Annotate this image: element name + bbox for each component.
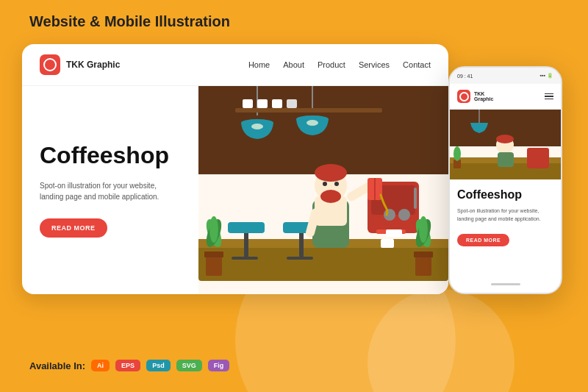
logo-icon: [40, 54, 60, 75]
format-badge-psd[interactable]: Psd: [146, 360, 171, 371]
desktop-left: Coffeeshop Spot-on illustration for your…: [22, 86, 198, 294]
hamburger-menu-icon[interactable]: [545, 93, 553, 100]
svg-point-43: [323, 182, 327, 186]
nav-links: Home About Product Services Contact: [248, 60, 431, 69]
svg-rect-26: [299, 233, 304, 259]
format-badge-svg[interactable]: SVG: [176, 360, 202, 371]
desktop-hero-subtitle: Spot-on illustration for your website, l…: [40, 180, 181, 202]
svg-rect-33: [415, 255, 431, 276]
svg-point-56: [496, 135, 514, 143]
svg-point-7: [306, 120, 318, 126]
mobile-hero-subtitle: Spot-on illustration for your website, l…: [457, 207, 553, 223]
mobile-nav: TKKGraphic: [450, 84, 561, 110]
svg-point-4: [251, 124, 263, 129]
svg-point-41: [315, 164, 347, 182]
svg-rect-29: [204, 252, 223, 257]
nav-product[interactable]: Product: [318, 60, 345, 69]
svg-rect-23: [244, 233, 248, 259]
mobile-home-indicator: [491, 283, 520, 285]
svg-point-15: [384, 209, 395, 221]
svg-rect-11: [272, 99, 282, 108]
svg-rect-12: [287, 99, 297, 108]
nav-services[interactable]: Services: [359, 60, 390, 69]
mobile-hero-title: Coffeeshop: [457, 188, 553, 202]
desktop-nav: TKK Graphic Home About Product Services …: [22, 44, 448, 86]
desktop-content: Coffeeshop Spot-on illustration for your…: [22, 86, 448, 294]
svg-point-16: [398, 209, 410, 221]
mobile-logo-text: TKKGraphic: [474, 91, 545, 101]
svg-rect-27: [287, 257, 313, 260]
svg-point-60: [453, 146, 461, 161]
mobile-signal: ▪▪▪ 🔋: [540, 73, 553, 79]
mobile-illustration: [450, 110, 561, 179]
desktop-mockup: TKK Graphic Home About Product Services …: [22, 44, 448, 294]
svg-rect-19: [386, 229, 402, 237]
svg-rect-24: [232, 257, 258, 260]
logo-text: TKK Graphic: [66, 60, 120, 70]
nav-about[interactable]: About: [283, 60, 304, 69]
desktop-hero-title: Coffeeshop: [40, 143, 181, 168]
svg-rect-58: [527, 148, 549, 168]
mobile-read-more-button[interactable]: READ MORE: [457, 234, 509, 246]
svg-rect-22: [228, 222, 265, 233]
format-badge-fig[interactable]: Fig: [208, 360, 230, 371]
nav-contact[interactable]: Contact: [403, 60, 431, 69]
mobile-content: Coffeeshop Spot-on illustration for your…: [450, 179, 561, 255]
available-label: Available In:: [29, 360, 85, 371]
svg-point-37: [419, 216, 428, 243]
svg-rect-48: [381, 239, 394, 248]
mobile-status-bar: 09 : 41 ▪▪▪ 🔋: [450, 68, 561, 84]
svg-point-42: [320, 190, 341, 203]
svg-rect-9: [243, 99, 253, 108]
mobile-logo-icon: [457, 90, 470, 103]
svg-point-44: [334, 182, 339, 186]
svg-point-32: [209, 216, 218, 243]
nav-home[interactable]: Home: [248, 60, 270, 69]
mobile-mockup: 09 : 41 ▪▪▪ 🔋 TKKGraphic: [448, 66, 562, 294]
svg-rect-8: [235, 108, 382, 113]
desktop-illustration: [198, 86, 448, 294]
svg-rect-57: [498, 152, 514, 167]
format-badge-ai[interactable]: Ai: [91, 360, 110, 371]
coffeeshop-illustration: [198, 86, 448, 294]
page-title: Website & Mobile Illustration: [29, 13, 230, 30]
svg-rect-20: [198, 244, 448, 281]
format-badge-eps[interactable]: EPS: [115, 360, 140, 371]
mobile-time: 09 : 41: [457, 74, 473, 79]
available-formats-section: Available In: Ai EPS Psd SVG Fig: [29, 360, 229, 371]
desktop-read-more-button[interactable]: READ MORE: [40, 218, 107, 238]
svg-rect-10: [257, 99, 268, 108]
svg-rect-28: [206, 255, 222, 276]
svg-rect-34: [414, 252, 433, 257]
